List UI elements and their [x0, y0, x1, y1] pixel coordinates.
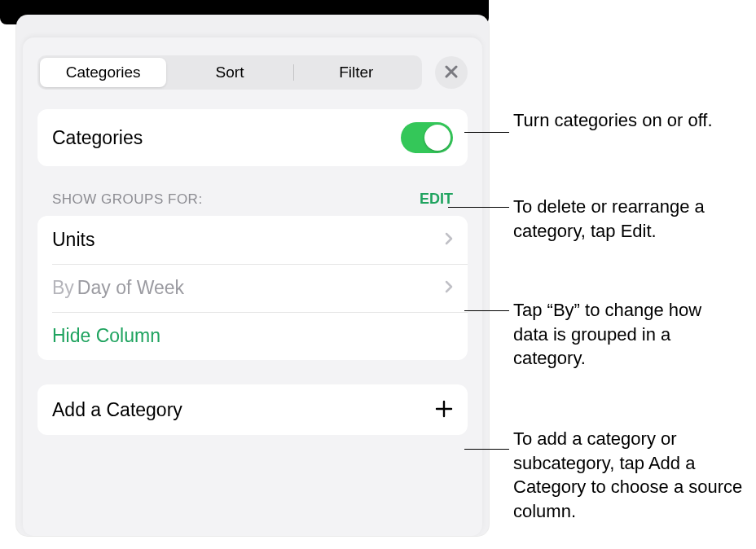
- plus-icon: [435, 397, 453, 422]
- callout-line: [464, 132, 509, 133]
- panel-card: Categories Sort Filter Categories: [23, 37, 482, 536]
- show-groups-label: Show Groups For:: [52, 191, 203, 208]
- callout-text: Turn categories on or off.: [513, 108, 725, 133]
- close-button[interactable]: [435, 56, 468, 89]
- callout-text: Tap “By” to change how data is grouped i…: [513, 298, 725, 371]
- groups-list: Units ByDay of Week Hide Column: [37, 216, 468, 360]
- group-name: Day of Week: [77, 277, 184, 298]
- group-row-day-of-week[interactable]: ByDay of Week: [37, 264, 468, 312]
- add-category-row[interactable]: Add a Category: [37, 384, 468, 435]
- chevron-right-icon: [445, 231, 453, 249]
- panel-header: Categories Sort Filter: [37, 55, 468, 90]
- callout-line: [464, 310, 509, 311]
- add-category-group: Add a Category: [37, 384, 468, 435]
- tab-label: Filter: [339, 64, 373, 81]
- tab-label: Categories: [66, 64, 141, 81]
- groups-section-header: Show Groups For: EDIT: [37, 191, 468, 216]
- callout-line: [448, 207, 509, 208]
- group-row-units[interactable]: Units: [37, 216, 468, 264]
- tab-label: Sort: [216, 64, 244, 81]
- hide-column-row[interactable]: Hide Column: [37, 312, 468, 360]
- organize-panel: Categories Sort Filter Categories: [16, 15, 489, 536]
- hide-column-label: Hide Column: [52, 325, 453, 347]
- edit-button[interactable]: EDIT: [420, 191, 453, 208]
- group-label: ByDay of Week: [52, 277, 440, 299]
- categories-toggle-group: Categories: [37, 109, 468, 166]
- callout-text: To add a category or subcategory, tap Ad…: [513, 427, 749, 524]
- callouts-layer: Turn categories on or off. To delete or …: [468, 0, 745, 549]
- toggle-knob: [424, 125, 451, 151]
- group-label: Units: [52, 229, 440, 251]
- tab-filter[interactable]: Filter: [293, 58, 420, 87]
- categories-toggle-label: Categories: [52, 127, 401, 149]
- callout-text: To delete or rearrange a category, tap E…: [513, 195, 741, 243]
- callout-line: [464, 449, 509, 450]
- tab-categories[interactable]: Categories: [40, 58, 166, 87]
- categories-toggle-row: Categories: [37, 109, 468, 166]
- segmented-control[interactable]: Categories Sort Filter: [37, 55, 422, 90]
- add-category-label: Add a Category: [52, 399, 435, 421]
- tab-sort[interactable]: Sort: [166, 58, 292, 87]
- categories-toggle[interactable]: [401, 122, 453, 153]
- chevron-right-icon: [445, 279, 453, 297]
- close-icon: [445, 62, 458, 83]
- group-by-prefix: By: [52, 277, 74, 298]
